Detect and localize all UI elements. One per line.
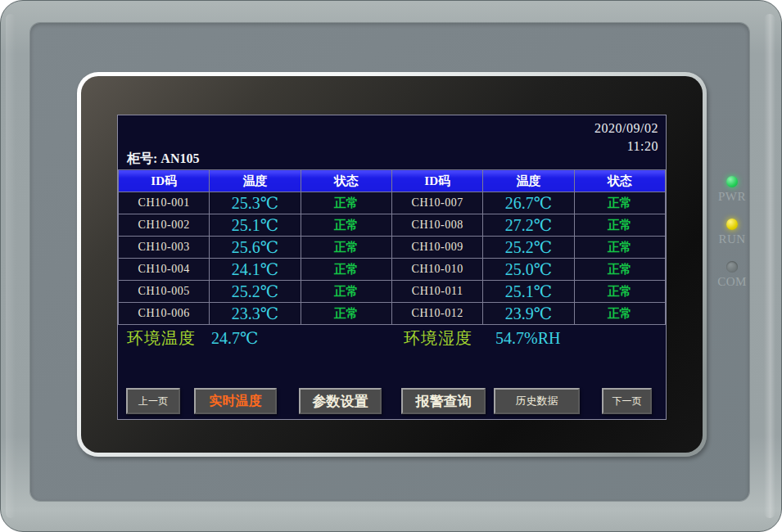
pwr-led-icon <box>726 176 738 187</box>
table-row: CH10-003 25.6℃ 正常 CH10-009 25.2℃ 正常 <box>119 237 666 259</box>
temperature-cell: 23.3℃ <box>210 303 301 325</box>
temperature-cell: 25.2℃ <box>483 237 574 259</box>
temperature-cell: 23.9℃ <box>483 303 574 325</box>
time-text: 11:20 <box>627 139 658 154</box>
status-cell: 正常 <box>301 259 391 281</box>
status-cell: 正常 <box>301 237 391 259</box>
temperature-cell: 27.2℃ <box>483 214 574 237</box>
status-cell: 正常 <box>301 281 391 303</box>
alarm-query-button[interactable]: 报警查询 <box>401 388 486 414</box>
channel-id-cell: CH10-008 <box>391 214 482 237</box>
pwr-led-label: PWR <box>710 190 754 204</box>
com-led-icon <box>726 261 738 273</box>
cabinet-label: 柜号: AN105 <box>127 151 199 168</box>
temperature-cell: 25.3℃ <box>210 192 301 214</box>
channel-id-cell: CH10-005 <box>119 281 210 303</box>
realtime-temp-button[interactable]: 实时温度 <box>194 388 277 414</box>
channel-id-cell: CH10-007 <box>391 192 482 214</box>
run-led-label: RUN <box>710 232 754 246</box>
prev-page-button[interactable]: 上一页 <box>126 388 180 414</box>
channel-id-cell: CH10-009 <box>391 237 482 259</box>
com-indicator: COM <box>710 261 754 289</box>
temperature-cell: 25.0℃ <box>483 259 574 281</box>
pwr-indicator: PWR <box>710 176 754 204</box>
table-row: CH10-002 25.1℃ 正常 CH10-008 27.2℃ 正常 <box>119 214 666 237</box>
temperature-table: ID码 温度 状态 ID码 温度 状态 CH10-001 25.3℃ 正常 CH… <box>118 169 666 325</box>
table-row: CH10-005 25.2℃ 正常 CH10-011 25.1℃ 正常 <box>119 281 666 303</box>
table-header-row: ID码 温度 状态 ID码 温度 状态 <box>119 170 666 192</box>
column-header: 状态 <box>301 170 391 192</box>
column-header: ID码 <box>391 170 482 192</box>
status-cell: 正常 <box>574 237 665 259</box>
channel-id-cell: CH10-006 <box>119 303 210 325</box>
ambient-humidity-label: 环境湿度 <box>404 327 472 349</box>
temperature-cell: 26.7℃ <box>483 192 574 214</box>
status-cell: 正常 <box>574 281 665 303</box>
history-data-button[interactable]: 历史数据 <box>494 388 580 414</box>
screen-glass: 2020/09/02 11:20 柜号: AN105 ID码 温度 状态 ID码… <box>81 76 703 453</box>
param-settings-button[interactable]: 参数设置 <box>299 388 382 414</box>
channel-id-cell: CH10-012 <box>391 303 482 325</box>
ambient-temperature-label: 环境温度 <box>127 327 196 349</box>
column-header: ID码 <box>119 170 210 192</box>
channel-id-cell: CH10-003 <box>119 237 210 259</box>
ambient-row: 环境温度 24.7℃ 环境湿度 54.7%RH <box>118 327 666 349</box>
temperature-cell: 24.1℃ <box>210 259 301 281</box>
table-row: CH10-004 24.1℃ 正常 CH10-010 25.0℃ 正常 <box>119 259 666 281</box>
temperature-cell: 25.2℃ <box>210 281 301 303</box>
status-cell: 正常 <box>574 259 665 281</box>
column-header: 状态 <box>574 170 665 192</box>
date-text: 2020/09/02 <box>594 121 658 136</box>
temperature-cell: 25.6℃ <box>210 237 301 259</box>
ambient-humidity-value: 54.7%RH <box>495 327 560 349</box>
status-cell: 正常 <box>574 192 665 214</box>
status-cell: 正常 <box>574 214 665 237</box>
next-page-button[interactable]: 下一页 <box>602 388 652 414</box>
channel-id-cell: CH10-010 <box>391 259 482 281</box>
status-cell: 正常 <box>301 192 391 214</box>
run-led-icon <box>726 219 738 230</box>
status-cell: 正常 <box>301 214 391 237</box>
table-row: CH10-006 23.3℃ 正常 CH10-012 23.9℃ 正常 <box>119 303 666 325</box>
temperature-cell: 25.1℃ <box>483 281 574 303</box>
status-cell: 正常 <box>301 303 391 325</box>
channel-id-cell: CH10-001 <box>119 192 210 214</box>
hmi-device-frame: 2020/09/02 11:20 柜号: AN105 ID码 温度 状态 ID码… <box>0 0 782 532</box>
temperature-cell: 25.1℃ <box>210 214 301 237</box>
channel-id-cell: CH10-011 <box>391 281 482 303</box>
run-indicator: RUN <box>710 219 754 246</box>
channel-id-cell: CH10-004 <box>119 259 210 281</box>
lcd-screen: 2020/09/02 11:20 柜号: AN105 ID码 温度 状态 ID码… <box>117 115 667 420</box>
column-header: 温度 <box>483 170 574 192</box>
table-row: CH10-001 25.3℃ 正常 CH10-007 26.7℃ 正常 <box>119 192 666 214</box>
status-cell: 正常 <box>574 303 665 325</box>
com-led-label: COM <box>710 275 754 289</box>
column-header: 温度 <box>210 170 301 192</box>
screen-frame: 2020/09/02 11:20 柜号: AN105 ID码 温度 状态 ID码… <box>77 72 707 457</box>
ambient-temperature-value: 24.7℃ <box>211 327 258 349</box>
channel-id-cell: CH10-002 <box>119 214 210 237</box>
